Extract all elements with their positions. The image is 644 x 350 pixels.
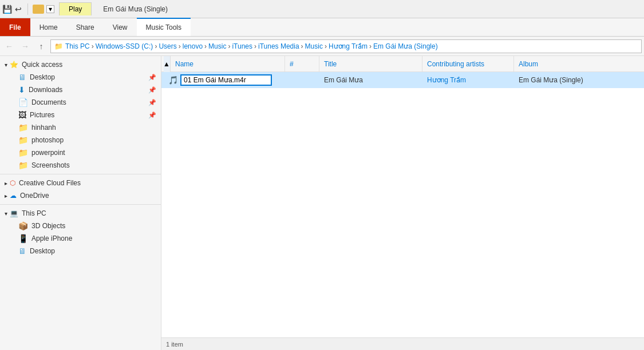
powerpoint-folder-icon: 📁	[18, 148, 28, 157]
creative-cloud-chevron: ▸	[5, 180, 7, 186]
col-header-title[interactable]: Title	[319, 56, 422, 71]
file-name-cell: 🎵	[164, 74, 285, 86]
screenshots-label: Screenshots	[31, 161, 70, 169]
breadcrumb-users[interactable]: Users	[159, 42, 176, 50]
quick-access-label: Quick access	[22, 61, 62, 69]
sidebar-item-powerpoint[interactable]: 📁 powerpoint	[0, 146, 161, 159]
photoshop-folder-icon: 📁	[18, 136, 28, 145]
quick-access-dropdown[interactable]: ▾	[46, 5, 54, 13]
tab-file[interactable]: File	[0, 18, 30, 36]
creative-cloud-header[interactable]: ▸ ⬡ Creative Cloud Files	[0, 177, 161, 189]
up-button[interactable]: ↑	[34, 39, 48, 53]
col-header-album[interactable]: Album	[514, 56, 642, 71]
screenshots-folder-icon: 📁	[18, 161, 28, 170]
tab-share[interactable]: Share	[67, 18, 104, 36]
apple-iphone-icon: 📱	[18, 234, 28, 243]
documents-label: Documents	[31, 98, 66, 106]
breadcrumb-huong-tram[interactable]: Hương Trầm	[329, 42, 368, 50]
back-button[interactable]: ←	[2, 39, 16, 53]
sidebar-divider-2	[0, 204, 161, 205]
3d-objects-label: 3D Objects	[31, 222, 65, 230]
pictures-label: Pictures	[30, 111, 54, 119]
desktop-pin-icon: 📌	[148, 74, 156, 81]
col-header-artists[interactable]: Contributing artists	[422, 56, 514, 71]
col-header-hash[interactable]: #	[285, 56, 319, 71]
sidebar-item-pictures[interactable]: 🖼 Pictures 📌	[0, 109, 161, 121]
desktop2-icon: 🖥	[18, 246, 26, 256]
status-bar: 1 item	[161, 337, 644, 350]
tab-view[interactable]: View	[104, 18, 137, 36]
apple-iphone-label: Apple iPhone	[31, 234, 72, 242]
title-bar: 💾 ↩ ▾ Play Em Gái Mưa (Single)	[0, 0, 644, 18]
tab-home[interactable]: Home	[30, 18, 67, 36]
ribbon: File Home Share View Music Tools	[0, 18, 644, 37]
quick-access-star-icon: ⭐	[10, 61, 18, 69]
breadcrumb-lenovo[interactable]: lenovo	[183, 42, 203, 50]
forward-button[interactable]: →	[18, 39, 32, 53]
undo-icon[interactable]: ↩	[14, 5, 23, 14]
hinhanh-folder-icon: 📁	[18, 123, 28, 132]
col-header-name[interactable]: Name	[171, 56, 285, 71]
3d-objects-icon: 📦	[18, 221, 28, 230]
main-layout: ▾ ⭐ Quick access 🖥 Desktop 📌 ⬇ Downloads…	[0, 56, 644, 350]
sidebar-item-hinhanh[interactable]: 📁 hinhanh	[0, 121, 161, 134]
file-album-cell: Em Gái Mưa (Single)	[514, 76, 642, 84]
this-pc-chevron: ▾	[5, 210, 7, 217]
downloads-pin-icon: 📌	[148, 86, 156, 94]
this-pc-icon: 💻	[10, 209, 18, 217]
sidebar-item-desktop[interactable]: 🖥 Desktop 📌	[0, 71, 161, 83]
sidebar-item-photoshop[interactable]: 📁 photoshop	[0, 134, 161, 146]
desktop-icon: 🖥	[18, 73, 26, 82]
breadcrumb-itunes-media[interactable]: iTunes Media	[258, 42, 299, 50]
sidebar-divider-1	[0, 174, 161, 174]
tab-music-tools[interactable]: Music Tools	[137, 18, 191, 36]
sidebar-item-desktop2[interactable]: 🖥 Desktop	[0, 245, 161, 257]
sidebar-item-downloads[interactable]: ⬇ Downloads 📌	[0, 83, 161, 96]
breadcrumb-itunes[interactable]: iTunes	[232, 42, 252, 50]
breadcrumb-windows-ssd[interactable]: Windows-SSD (C:)	[96, 42, 153, 50]
file-list: 🎵 Em Gái Mưa Hương Trầm Em Gái Mưa (Sing…	[161, 72, 644, 337]
pictures-pin-icon: 📌	[148, 112, 156, 119]
documents-pin-icon: 📌	[148, 99, 156, 106]
breadcrumb-music[interactable]: Music	[208, 42, 226, 50]
sidebar: ▾ ⭐ Quick access 🖥 Desktop 📌 ⬇ Downloads…	[0, 56, 161, 350]
breadcrumb-this-pc[interactable]: This PC	[65, 42, 90, 50]
folder-icon	[33, 5, 44, 14]
separator	[27, 3, 28, 15]
quick-access-chevron: ▾	[5, 62, 7, 68]
powerpoint-label: powerpoint	[31, 149, 65, 157]
play-tab[interactable]: Play	[59, 2, 92, 15]
hinhanh-label: hinhanh	[31, 124, 56, 132]
address-bar: ← → ↑ 📁 This PC › Windows-SSD (C:) › Use…	[0, 37, 644, 56]
onedrive-chevron: ▸	[5, 193, 7, 199]
documents-icon: 📄	[18, 98, 28, 107]
quick-access-header[interactable]: ▾ ⭐ Quick access	[0, 58, 161, 71]
downloads-icon: ⬇	[18, 85, 25, 94]
sidebar-item-documents[interactable]: 📄 Documents 📌	[0, 96, 161, 109]
sidebar-item-screenshots[interactable]: 📁 Screenshots	[0, 159, 161, 172]
status-text: 1 item	[166, 341, 183, 348]
onedrive-header[interactable]: ▸ ☁ OneDrive	[0, 189, 161, 202]
breadcrumb-folder-icon: 📁	[54, 42, 63, 50]
file-artists-cell: Hương Trầm	[422, 76, 514, 84]
creative-cloud-label: Creative Cloud Files	[19, 179, 81, 187]
file-name-input[interactable]	[180, 74, 272, 86]
onedrive-label: OneDrive	[20, 192, 49, 200]
photoshop-label: photoshop	[31, 136, 64, 144]
table-row[interactable]: 🎵 Em Gái Mưa Hương Trầm Em Gái Mưa (Sing…	[161, 72, 644, 88]
breadcrumb-music2[interactable]: Music	[305, 42, 323, 50]
downloads-label: Downloads	[29, 86, 62, 94]
save-icon[interactable]: 💾	[2, 5, 11, 14]
sidebar-item-apple-iphone[interactable]: 📱 Apple iPhone	[0, 232, 161, 245]
breadcrumb-bar[interactable]: 📁 This PC › Windows-SSD (C:) › Users › l…	[50, 39, 642, 53]
this-pc-header[interactable]: ▾ 💻 This PC	[0, 207, 161, 220]
sidebar-item-3d-objects[interactable]: 📦 3D Objects	[0, 220, 161, 232]
onedrive-icon: ☁	[10, 192, 17, 200]
creative-cloud-icon: ⬡	[10, 179, 15, 187]
breadcrumb-em-gai-mua[interactable]: Em Gái Mưa (Single)	[373, 42, 438, 50]
desktop2-label: Desktop	[30, 247, 55, 255]
this-pc-label: This PC	[22, 209, 46, 217]
sort-indicator[interactable]: ▲	[164, 56, 171, 72]
title-bar-icons: 💾 ↩ ▾	[2, 3, 54, 15]
pictures-icon: 🖼	[18, 110, 26, 120]
